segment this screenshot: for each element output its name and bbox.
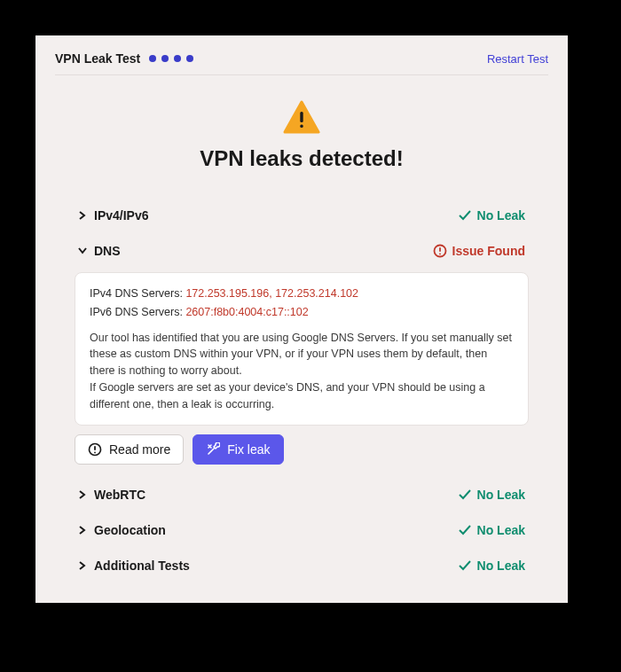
chevron-right-icon xyxy=(78,561,87,570)
fix-leak-label: Fix leak xyxy=(227,442,270,457)
dns-explanation-2: If Google servers are set as your device… xyxy=(90,379,514,413)
section-label: Geolocation xyxy=(94,523,166,537)
progress-dot xyxy=(149,55,156,62)
dns-ipv4-value: 172.253.195.196, 172.253.214.102 xyxy=(185,287,358,300)
section-ipv-left: IPv4/IPv6 xyxy=(78,208,149,223)
panel-header: VPN Leak Test Restart Test xyxy=(55,51,548,75)
section-label: IPv4/IPv6 xyxy=(94,208,149,223)
tools-icon xyxy=(206,442,220,457)
restart-test-link[interactable]: Restart Test xyxy=(487,52,548,66)
read-more-button[interactable]: Read more xyxy=(75,434,184,465)
read-more-label: Read more xyxy=(109,442,170,457)
dns-detail-card: IPv4 DNS Servers: 172.253.195.196, 172.2… xyxy=(75,272,529,426)
dns-actions: Read more Fix leak xyxy=(75,434,529,465)
dns-ipv6-label: IPv6 DNS Servers: xyxy=(90,306,183,318)
status-text: Issue Found xyxy=(452,244,525,258)
section-dns-left: DNS xyxy=(78,244,121,258)
svg-rect-3 xyxy=(439,247,441,252)
status-text: No Leak xyxy=(477,523,525,537)
vpn-leak-panel: VPN Leak Test Restart Test VPN leaks det… xyxy=(35,35,568,603)
section-label: WebRTC xyxy=(94,488,145,502)
section-additional[interactable]: Additional Tests No Leak xyxy=(78,548,525,583)
section-ipv[interactable]: IPv4/IPv6 No Leak xyxy=(78,198,525,233)
chevron-right-icon xyxy=(78,490,87,499)
warning-triangle-icon xyxy=(283,100,320,137)
results-list: IPv4/IPv6 No Leak DNS xyxy=(55,191,548,583)
check-icon xyxy=(458,208,472,223)
progress-dot xyxy=(161,55,169,62)
dns-ipv4-label: IPv4 DNS Servers: xyxy=(90,287,183,300)
svg-rect-4 xyxy=(439,254,441,255)
dns-ipv4-row: IPv4 DNS Servers: 172.253.195.196, 172.2… xyxy=(90,285,514,302)
status-badge: No Leak xyxy=(458,559,525,573)
fix-leak-button[interactable]: Fix leak xyxy=(193,434,283,465)
dns-ipv6-row: IPv6 DNS Servers: 2607:f8b0:4004:c17::10… xyxy=(90,304,514,321)
status-badge: Issue Found xyxy=(433,244,525,258)
progress-dot xyxy=(186,55,193,62)
status-badge: No Leak xyxy=(458,488,525,502)
svg-rect-7 xyxy=(94,452,96,454)
hero-heading: VPN leaks detected! xyxy=(55,146,548,171)
dns-ipv6-value: 2607:f8b0:4004:c17::102 xyxy=(185,306,308,318)
dns-explanation-1: Our tool has identified that you are usi… xyxy=(90,330,514,379)
section-label: Additional Tests xyxy=(94,559,190,573)
section-dns[interactable]: DNS Issue Found xyxy=(78,233,525,269)
info-circle-icon xyxy=(88,442,102,457)
section-webrtc-left: WebRTC xyxy=(78,488,145,502)
svg-rect-1 xyxy=(300,125,303,128)
panel-title: VPN Leak Test xyxy=(55,51,140,66)
status-text: No Leak xyxy=(477,208,525,223)
check-icon xyxy=(458,559,472,573)
status-text: No Leak xyxy=(477,488,525,502)
check-icon xyxy=(458,523,472,537)
svg-rect-6 xyxy=(94,446,96,450)
header-left: VPN Leak Test xyxy=(55,51,193,66)
section-geolocation-left: Geolocation xyxy=(78,523,166,537)
check-icon xyxy=(458,488,472,502)
section-webrtc[interactable]: WebRTC No Leak xyxy=(78,477,525,512)
chevron-down-icon xyxy=(78,247,87,254)
status-text: No Leak xyxy=(477,559,525,573)
chevron-right-icon xyxy=(78,526,87,535)
status-badge: No Leak xyxy=(458,523,525,537)
svg-rect-0 xyxy=(300,112,303,122)
hero: VPN leaks detected! xyxy=(55,75,548,191)
status-badge: No Leak xyxy=(458,208,525,223)
chevron-right-icon xyxy=(78,211,87,220)
section-label: DNS xyxy=(94,244,121,258)
progress-dot xyxy=(174,55,181,62)
alert-circle-icon xyxy=(433,244,447,258)
section-geolocation[interactable]: Geolocation No Leak xyxy=(78,512,525,548)
progress-dots xyxy=(149,55,193,62)
section-additional-left: Additional Tests xyxy=(78,559,190,573)
